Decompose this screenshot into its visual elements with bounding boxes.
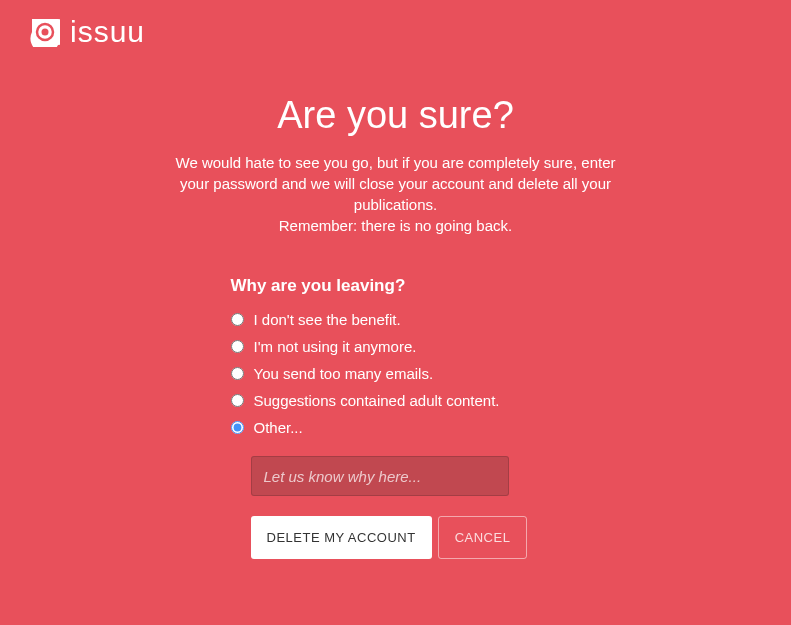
logo[interactable]: issuu	[30, 15, 761, 49]
cancel-button[interactable]: CANCEL	[438, 516, 528, 559]
button-row: DELETE MY ACCOUNT CANCEL	[251, 516, 646, 559]
radio-emails[interactable]	[231, 367, 244, 380]
radio-adult[interactable]	[231, 394, 244, 407]
label-not-using[interactable]: I'm not using it anymore.	[254, 338, 417, 355]
reason-input-container	[251, 456, 646, 496]
description-line-2: Remember: there is no going back.	[146, 215, 646, 236]
radio-not-using[interactable]	[231, 340, 244, 353]
option-other: Other...	[231, 419, 646, 436]
radio-other[interactable]	[231, 421, 244, 434]
question-label: Why are you leaving?	[231, 276, 646, 296]
option-adult: Suggestions contained adult content.	[231, 392, 646, 409]
radio-benefit[interactable]	[231, 313, 244, 326]
issuu-logo-icon	[30, 17, 60, 47]
label-adult[interactable]: Suggestions contained adult content.	[254, 392, 500, 409]
header: issuu	[0, 0, 791, 64]
leave-form: Why are you leaving? I don't see the ben…	[146, 276, 646, 559]
svg-point-1	[42, 29, 49, 36]
page-title: Are you sure?	[146, 94, 646, 137]
brand-name: issuu	[70, 15, 145, 49]
reason-input[interactable]	[251, 456, 509, 496]
label-benefit[interactable]: I don't see the benefit.	[254, 311, 401, 328]
main-content: Are you sure? We would hate to see you g…	[146, 94, 646, 559]
label-other[interactable]: Other...	[254, 419, 303, 436]
option-benefit: I don't see the benefit.	[231, 311, 646, 328]
delete-account-button[interactable]: DELETE MY ACCOUNT	[251, 516, 432, 559]
option-emails: You send too many emails.	[231, 365, 646, 382]
description-line-1: We would hate to see you go, but if you …	[146, 152, 646, 215]
label-emails[interactable]: You send too many emails.	[254, 365, 434, 382]
option-not-using: I'm not using it anymore.	[231, 338, 646, 355]
